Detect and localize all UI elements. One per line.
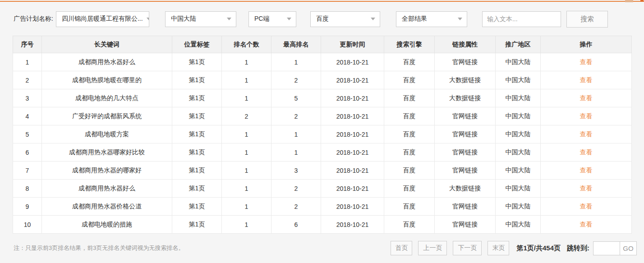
device-select[interactable]: PC端 xyxy=(248,11,296,27)
table-body: 1 成都商用热水器好么 第1页 1 1 2018-10-21 百度 官网链接 中… xyxy=(13,53,632,234)
cell-best-rank: 1 xyxy=(271,125,321,143)
cell-link-type: 大数据链接 xyxy=(435,180,496,198)
cell-update-time: 2018-10-21 xyxy=(321,143,384,161)
cell-best-rank: 2 xyxy=(271,180,321,198)
go-button[interactable]: GO xyxy=(620,242,636,255)
column-header: 链接属性 xyxy=(435,36,496,53)
view-link[interactable]: 查看 xyxy=(580,221,593,228)
cell-best-rank: 2 xyxy=(271,107,321,125)
cell-best-rank: 1 xyxy=(271,53,321,71)
cell-action: 查看 xyxy=(541,180,632,198)
jump-box: GO xyxy=(593,241,637,255)
cell-page-tag: 第1页 xyxy=(172,71,222,89)
cell-link-type: 大数据链接 xyxy=(435,71,496,89)
search-button[interactable]: 搜索 xyxy=(566,11,608,28)
cell-rank-count: 1 xyxy=(222,161,271,180)
cell-best-rank: 3 xyxy=(271,161,321,180)
cell-rank-count: 1 xyxy=(222,53,271,71)
cell-rank-count: 1 xyxy=(222,71,271,89)
cell-page-tag: 第1页 xyxy=(172,53,222,71)
cell-no: 1 xyxy=(13,53,42,71)
cell-engine: 百度 xyxy=(384,89,435,107)
table-row: 1 成都商用热水器好么 第1页 1 1 2018-10-21 百度 官网链接 中… xyxy=(13,53,632,71)
cell-link-type: 官网链接 xyxy=(435,53,496,71)
cell-action: 查看 xyxy=(541,71,632,89)
cell-engine: 百度 xyxy=(384,125,435,143)
cell-page-tag: 第1页 xyxy=(172,161,222,180)
column-header: 序号 xyxy=(13,36,42,53)
cell-engine: 百度 xyxy=(384,71,435,89)
result-filter-select[interactable]: 全部结果 xyxy=(396,11,467,27)
region-select-value: 中国大陆 xyxy=(171,15,196,23)
cell-update-time: 2018-10-21 xyxy=(321,216,384,234)
cell-action: 查看 xyxy=(541,89,632,107)
cell-update-time: 2018-10-21 xyxy=(321,53,384,71)
device-select-value: PC端 xyxy=(254,15,269,23)
table-row: 2 成都电热膜地暖在哪里的 第1页 1 2 2018-10-21 百度 大数据链… xyxy=(13,71,632,89)
cell-best-rank: 2 xyxy=(271,198,321,216)
column-header: 排名个数 xyxy=(222,36,271,53)
cropped-artifact-mark xyxy=(640,0,644,2)
view-link[interactable]: 查看 xyxy=(580,130,593,138)
ad-plan-select-value: 四川锦尚居暖通工程有限公... xyxy=(62,15,143,23)
next-page-button[interactable]: 下一页 xyxy=(453,241,482,255)
table-row: 8 成都商用热水器好么 第1页 1 2 2018-10-21 百度 大数据链接 … xyxy=(13,180,632,198)
cell-no: 5 xyxy=(13,125,42,143)
cell-engine: 百度 xyxy=(384,161,435,180)
cell-link-type: 官网链接 xyxy=(435,107,496,125)
cell-page-tag: 第1页 xyxy=(172,216,222,234)
ad-plan-select[interactable]: 四川锦尚居暖通工程有限公... xyxy=(56,11,149,27)
prev-page-button[interactable]: 上一页 xyxy=(418,241,447,255)
cell-no: 3 xyxy=(13,89,42,107)
cell-best-rank: 5 xyxy=(271,89,321,107)
view-link[interactable]: 查看 xyxy=(580,148,593,156)
column-header: 长关键词 xyxy=(42,36,172,53)
cell-page-tag: 第1页 xyxy=(172,107,222,125)
jump-to-label: 跳转到: xyxy=(567,244,589,253)
column-header: 更新时间 xyxy=(321,36,384,53)
chevron-down-icon xyxy=(147,18,149,20)
cell-no: 4 xyxy=(13,107,42,125)
view-link[interactable]: 查看 xyxy=(580,166,593,174)
cell-engine: 百度 xyxy=(384,216,435,234)
cell-link-type: 官网链接 xyxy=(435,198,496,216)
cell-region: 中国大陆 xyxy=(496,89,541,107)
view-link[interactable]: 查看 xyxy=(580,203,593,210)
cell-best-rank: 6 xyxy=(271,216,321,234)
cell-page-tag: 第1页 xyxy=(172,89,222,107)
view-link[interactable]: 查看 xyxy=(580,76,593,83)
cell-keyword: 成都商用热水器好么 xyxy=(42,53,172,71)
view-link[interactable]: 查看 xyxy=(580,185,593,192)
cell-keyword: 成都商用热水器哪家好比较 xyxy=(42,143,172,161)
first-page-button[interactable]: 首页 xyxy=(391,241,412,255)
chevron-down-icon xyxy=(287,18,291,20)
cell-update-time: 2018-10-21 xyxy=(321,198,384,216)
cell-link-type: 官网链接 xyxy=(435,161,496,180)
table-row: 5 成都电地暖方案 第1页 1 1 2018-10-21 百度 官网链接 中国大… xyxy=(13,125,632,143)
cell-keyword: 成都商用热水器的哪家好 xyxy=(42,161,172,180)
cell-action: 查看 xyxy=(541,125,632,143)
last-page-button[interactable]: 末页 xyxy=(488,241,509,255)
cell-update-time: 2018-10-21 xyxy=(321,125,384,143)
column-header: 最高排名 xyxy=(271,36,321,53)
jump-page-input[interactable] xyxy=(593,242,620,255)
page-info: 第1页/共454页 xyxy=(516,244,561,253)
cell-keyword: 成都电地暖的措施 xyxy=(42,216,172,234)
cell-keyword: 广受好评的成都新风系统 xyxy=(42,107,172,125)
engine-select[interactable]: 百度 xyxy=(310,11,380,27)
cropped-artifact-icon xyxy=(625,0,633,2)
cell-update-time: 2018-10-21 xyxy=(321,71,384,89)
cell-keyword: 成都电地热的几大特点 xyxy=(42,89,172,107)
cell-region: 中国大陆 xyxy=(496,143,541,161)
view-link[interactable]: 查看 xyxy=(580,112,593,120)
cell-rank-count: 1 xyxy=(222,216,271,234)
cell-action: 查看 xyxy=(541,143,632,161)
region-select[interactable]: 中国大陆 xyxy=(165,11,236,27)
view-link[interactable]: 查看 xyxy=(580,58,593,65)
search-input[interactable] xyxy=(482,11,561,27)
cell-action: 查看 xyxy=(541,53,632,71)
cell-page-tag: 第1页 xyxy=(172,198,222,216)
table-row: 9 成都商用热水器价格公道 第1页 1 2 2018-10-21 百度 官网链接… xyxy=(13,198,632,216)
view-link[interactable]: 查看 xyxy=(580,94,593,102)
cell-region: 中国大陆 xyxy=(496,198,541,216)
